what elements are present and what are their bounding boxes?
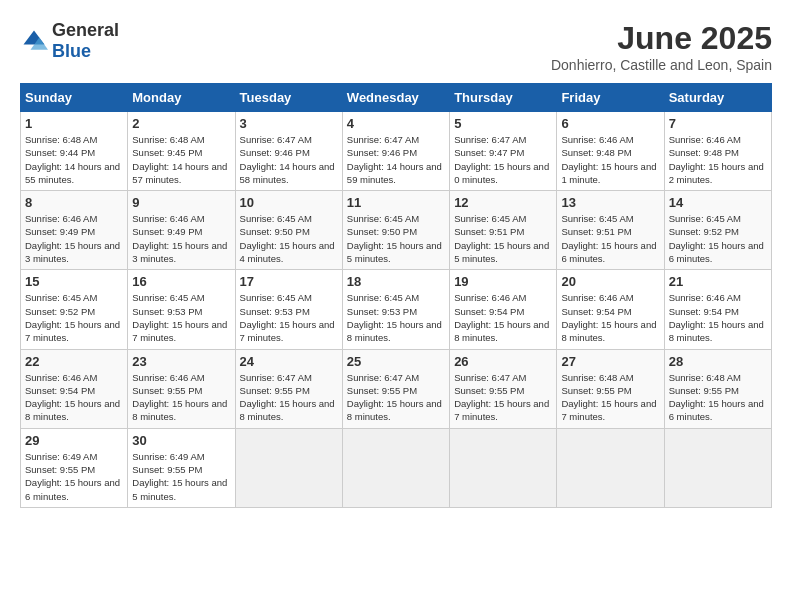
day-number: 22 xyxy=(25,354,123,369)
day-number: 16 xyxy=(132,274,230,289)
day-info: Sunrise: 6:45 AMSunset: 9:53 PMDaylight:… xyxy=(240,292,335,343)
calendar-table: SundayMondayTuesdayWednesdayThursdayFrid… xyxy=(20,83,772,508)
day-info: Sunrise: 6:46 AMSunset: 9:49 PMDaylight:… xyxy=(132,213,227,264)
logo-blue: Blue xyxy=(52,41,91,61)
day-info: Sunrise: 6:46 AMSunset: 9:54 PMDaylight:… xyxy=(669,292,764,343)
day-number: 2 xyxy=(132,116,230,131)
calendar-day-cell: 1 Sunrise: 6:48 AMSunset: 9:44 PMDayligh… xyxy=(21,112,128,191)
day-info: Sunrise: 6:46 AMSunset: 9:48 PMDaylight:… xyxy=(561,134,656,185)
day-info: Sunrise: 6:45 AMSunset: 9:50 PMDaylight:… xyxy=(240,213,335,264)
weekday-header: Saturday xyxy=(664,84,771,112)
day-number: 14 xyxy=(669,195,767,210)
day-info: Sunrise: 6:47 AMSunset: 9:55 PMDaylight:… xyxy=(454,372,549,423)
calendar-day-cell: 22 Sunrise: 6:46 AMSunset: 9:54 PMDaylig… xyxy=(21,349,128,428)
calendar-day-cell: 8 Sunrise: 6:46 AMSunset: 9:49 PMDayligh… xyxy=(21,191,128,270)
day-info: Sunrise: 6:47 AMSunset: 9:47 PMDaylight:… xyxy=(454,134,549,185)
day-info: Sunrise: 6:45 AMSunset: 9:53 PMDaylight:… xyxy=(132,292,227,343)
day-number: 30 xyxy=(132,433,230,448)
calendar-day-cell: 20 Sunrise: 6:46 AMSunset: 9:54 PMDaylig… xyxy=(557,270,664,349)
day-number: 9 xyxy=(132,195,230,210)
day-info: Sunrise: 6:46 AMSunset: 9:49 PMDaylight:… xyxy=(25,213,120,264)
day-number: 10 xyxy=(240,195,338,210)
day-info: Sunrise: 6:46 AMSunset: 9:54 PMDaylight:… xyxy=(561,292,656,343)
calendar-week-row: 22 Sunrise: 6:46 AMSunset: 9:54 PMDaylig… xyxy=(21,349,772,428)
day-info: Sunrise: 6:48 AMSunset: 9:55 PMDaylight:… xyxy=(561,372,656,423)
calendar-day-cell xyxy=(342,428,449,507)
day-info: Sunrise: 6:47 AMSunset: 9:46 PMDaylight:… xyxy=(240,134,335,185)
day-number: 27 xyxy=(561,354,659,369)
day-number: 13 xyxy=(561,195,659,210)
calendar-day-cell: 9 Sunrise: 6:46 AMSunset: 9:49 PMDayligh… xyxy=(128,191,235,270)
weekday-header: Wednesday xyxy=(342,84,449,112)
day-info: Sunrise: 6:48 AMSunset: 9:44 PMDaylight:… xyxy=(25,134,120,185)
day-number: 28 xyxy=(669,354,767,369)
day-number: 25 xyxy=(347,354,445,369)
calendar-day-cell: 26 Sunrise: 6:47 AMSunset: 9:55 PMDaylig… xyxy=(450,349,557,428)
calendar-day-cell: 3 Sunrise: 6:47 AMSunset: 9:46 PMDayligh… xyxy=(235,112,342,191)
weekday-header: Tuesday xyxy=(235,84,342,112)
calendar-day-cell: 18 Sunrise: 6:45 AMSunset: 9:53 PMDaylig… xyxy=(342,270,449,349)
calendar-day-cell: 2 Sunrise: 6:48 AMSunset: 9:45 PMDayligh… xyxy=(128,112,235,191)
calendar-day-cell: 5 Sunrise: 6:47 AMSunset: 9:47 PMDayligh… xyxy=(450,112,557,191)
calendar-day-cell: 21 Sunrise: 6:46 AMSunset: 9:54 PMDaylig… xyxy=(664,270,771,349)
day-number: 8 xyxy=(25,195,123,210)
day-info: Sunrise: 6:47 AMSunset: 9:55 PMDaylight:… xyxy=(240,372,335,423)
weekday-header: Monday xyxy=(128,84,235,112)
day-number: 21 xyxy=(669,274,767,289)
calendar-day-cell xyxy=(235,428,342,507)
calendar-day-cell: 24 Sunrise: 6:47 AMSunset: 9:55 PMDaylig… xyxy=(235,349,342,428)
day-number: 26 xyxy=(454,354,552,369)
calendar-day-cell: 11 Sunrise: 6:45 AMSunset: 9:50 PMDaylig… xyxy=(342,191,449,270)
calendar-day-cell: 23 Sunrise: 6:46 AMSunset: 9:55 PMDaylig… xyxy=(128,349,235,428)
calendar-day-cell: 30 Sunrise: 6:49 AMSunset: 9:55 PMDaylig… xyxy=(128,428,235,507)
calendar-day-cell xyxy=(664,428,771,507)
day-number: 18 xyxy=(347,274,445,289)
calendar-day-cell: 14 Sunrise: 6:45 AMSunset: 9:52 PMDaylig… xyxy=(664,191,771,270)
day-info: Sunrise: 6:45 AMSunset: 9:50 PMDaylight:… xyxy=(347,213,442,264)
calendar-day-cell: 27 Sunrise: 6:48 AMSunset: 9:55 PMDaylig… xyxy=(557,349,664,428)
calendar-day-cell: 16 Sunrise: 6:45 AMSunset: 9:53 PMDaylig… xyxy=(128,270,235,349)
calendar-week-row: 8 Sunrise: 6:46 AMSunset: 9:49 PMDayligh… xyxy=(21,191,772,270)
day-info: Sunrise: 6:49 AMSunset: 9:55 PMDaylight:… xyxy=(25,451,120,502)
calendar-day-cell: 6 Sunrise: 6:46 AMSunset: 9:48 PMDayligh… xyxy=(557,112,664,191)
day-info: Sunrise: 6:49 AMSunset: 9:55 PMDaylight:… xyxy=(132,451,227,502)
day-info: Sunrise: 6:47 AMSunset: 9:46 PMDaylight:… xyxy=(347,134,442,185)
day-info: Sunrise: 6:45 AMSunset: 9:51 PMDaylight:… xyxy=(454,213,549,264)
weekday-header: Thursday xyxy=(450,84,557,112)
calendar-day-cell xyxy=(557,428,664,507)
day-info: Sunrise: 6:45 AMSunset: 9:52 PMDaylight:… xyxy=(669,213,764,264)
calendar-day-cell: 29 Sunrise: 6:49 AMSunset: 9:55 PMDaylig… xyxy=(21,428,128,507)
calendar-day-cell: 19 Sunrise: 6:46 AMSunset: 9:54 PMDaylig… xyxy=(450,270,557,349)
day-number: 3 xyxy=(240,116,338,131)
page-title: June 2025 xyxy=(551,20,772,57)
calendar-day-cell: 12 Sunrise: 6:45 AMSunset: 9:51 PMDaylig… xyxy=(450,191,557,270)
day-number: 5 xyxy=(454,116,552,131)
calendar-day-cell: 13 Sunrise: 6:45 AMSunset: 9:51 PMDaylig… xyxy=(557,191,664,270)
calendar-day-cell xyxy=(450,428,557,507)
logo-icon xyxy=(20,27,48,55)
weekday-header: Sunday xyxy=(21,84,128,112)
calendar-week-row: 1 Sunrise: 6:48 AMSunset: 9:44 PMDayligh… xyxy=(21,112,772,191)
day-info: Sunrise: 6:45 AMSunset: 9:53 PMDaylight:… xyxy=(347,292,442,343)
day-number: 4 xyxy=(347,116,445,131)
day-number: 7 xyxy=(669,116,767,131)
calendar-day-cell: 7 Sunrise: 6:46 AMSunset: 9:48 PMDayligh… xyxy=(664,112,771,191)
calendar-week-row: 15 Sunrise: 6:45 AMSunset: 9:52 PMDaylig… xyxy=(21,270,772,349)
weekday-header-row: SundayMondayTuesdayWednesdayThursdayFrid… xyxy=(21,84,772,112)
calendar-day-cell: 17 Sunrise: 6:45 AMSunset: 9:53 PMDaylig… xyxy=(235,270,342,349)
calendar-day-cell: 15 Sunrise: 6:45 AMSunset: 9:52 PMDaylig… xyxy=(21,270,128,349)
day-info: Sunrise: 6:46 AMSunset: 9:55 PMDaylight:… xyxy=(132,372,227,423)
day-number: 17 xyxy=(240,274,338,289)
page-header: General Blue June 2025 Donhierro, Castil… xyxy=(20,20,772,73)
day-info: Sunrise: 6:45 AMSunset: 9:51 PMDaylight:… xyxy=(561,213,656,264)
day-number: 29 xyxy=(25,433,123,448)
day-number: 6 xyxy=(561,116,659,131)
day-number: 23 xyxy=(132,354,230,369)
logo: General Blue xyxy=(20,20,119,62)
day-number: 11 xyxy=(347,195,445,210)
calendar-week-row: 29 Sunrise: 6:49 AMSunset: 9:55 PMDaylig… xyxy=(21,428,772,507)
day-info: Sunrise: 6:48 AMSunset: 9:45 PMDaylight:… xyxy=(132,134,227,185)
day-number: 12 xyxy=(454,195,552,210)
day-number: 15 xyxy=(25,274,123,289)
day-info: Sunrise: 6:46 AMSunset: 9:48 PMDaylight:… xyxy=(669,134,764,185)
